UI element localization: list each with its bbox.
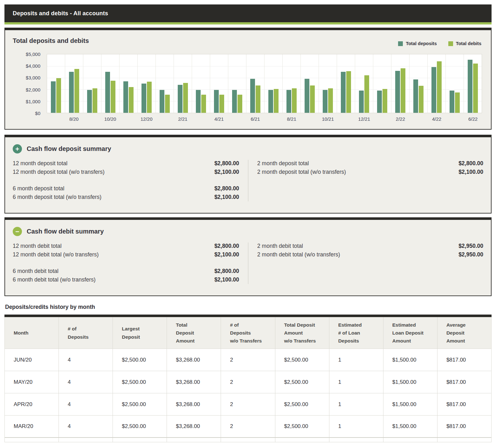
bar-group xyxy=(228,54,246,113)
debit-bar xyxy=(93,88,97,113)
y-axis-label: $0 xyxy=(35,111,40,116)
summary-value: $2,100.00 xyxy=(214,275,239,284)
debit-bar xyxy=(147,82,152,113)
history-table-body: JUN/204$2,500.00$3,268.002$2,500.001$1,5… xyxy=(5,349,491,438)
history-table-title: Deposits/credits history by month xyxy=(5,304,492,310)
summary-value: $2,100.00 xyxy=(214,168,239,176)
deposit-bar xyxy=(286,90,291,113)
x-axis-label: 12/20 xyxy=(137,113,155,125)
summary-label: 6 month debit total (w/o transfers) xyxy=(13,275,214,284)
table-cell: $1,500.00 xyxy=(383,416,437,437)
plus-icon[interactable]: + xyxy=(13,144,22,153)
bar-group xyxy=(83,54,101,113)
page-title: Deposits and debits - All accounts xyxy=(13,10,108,17)
table-cell xyxy=(383,438,437,442)
x-axis-label: 4/21 xyxy=(210,113,228,125)
summary-label: 12 month debit total xyxy=(13,242,214,250)
x-axis-label: 2/22 xyxy=(391,113,410,125)
summary-value: $2,100.00 xyxy=(214,250,239,259)
table-cell: JUN/20 xyxy=(5,349,59,371)
debit-bar xyxy=(419,86,424,113)
summary-value: $2,950.00 xyxy=(458,242,483,250)
deposit-bar xyxy=(268,90,273,113)
column-header: AverageDepositAmount xyxy=(437,317,491,349)
table-cell: $3,268.00 xyxy=(167,393,221,415)
table-cell: $2,500.00 xyxy=(113,349,167,371)
debit-bar xyxy=(56,78,61,113)
table-cell: 1 xyxy=(329,349,383,371)
deposit-bar xyxy=(250,79,255,113)
x-axis-label: 4/22 xyxy=(428,113,446,125)
deposit-bar xyxy=(105,72,110,113)
x-axis-label: 12/21 xyxy=(355,113,373,125)
x-axis-label: 10/21 xyxy=(319,113,337,125)
summary-group: 12 month deposit total$2,800.0012 month … xyxy=(13,159,239,176)
summary-group: 6 month deposit total$2,800.006 month de… xyxy=(13,184,239,201)
summary-row: 2 month debit total (w/o transfers)$2,95… xyxy=(257,250,483,259)
bar-group xyxy=(174,54,192,113)
x-axis-label xyxy=(265,113,283,125)
summary-row: 2 month deposit total (w/o transfers)$2,… xyxy=(257,168,483,176)
table-cell: $817.00 xyxy=(437,371,491,393)
legend-item-deposits: Total deposits xyxy=(398,41,437,46)
table-cell: $1,500.00 xyxy=(383,393,437,415)
summary-label: 6 month deposit total xyxy=(13,184,214,193)
accent-bar xyxy=(4,22,492,24)
deposit-summary-header: + Cash flow deposit summary xyxy=(13,144,483,153)
summary-label: 6 month debit total xyxy=(13,267,214,275)
debit-bar xyxy=(473,64,478,113)
y-axis-label: $5,000 xyxy=(26,51,40,57)
summary-label: 2 month deposit total xyxy=(257,159,458,168)
bar-group xyxy=(120,54,138,113)
deposit-bar xyxy=(450,91,454,113)
chart-x-axis: 8/2010/2012/202/214/216/218/2110/2112/21… xyxy=(47,113,482,125)
table-cell: $1,500.00 xyxy=(383,371,437,393)
summary-value: $2,950.00 xyxy=(458,250,483,259)
table-cell: $817.00 xyxy=(437,416,491,437)
summary-label: 12 month debit total (w/o transfers) xyxy=(13,250,214,259)
summary-row: 12 month debit total (w/o transfers)$2,1… xyxy=(13,250,239,259)
x-axis-label xyxy=(155,113,174,125)
table-cell xyxy=(167,438,221,442)
table-cell: $3,268.00 xyxy=(167,416,221,437)
debit-bar xyxy=(238,95,242,113)
x-axis-label: 8/21 xyxy=(283,113,301,125)
summary-divider xyxy=(248,242,248,284)
summary-row: 6 month deposit total (w/o transfers)$2,… xyxy=(13,193,239,201)
page-header: Deposits and debits - All accounts xyxy=(4,4,492,22)
table-cell: 2 xyxy=(221,371,275,393)
table-top-bar xyxy=(4,315,492,317)
bar-group xyxy=(246,54,265,113)
table-cell xyxy=(275,438,329,442)
deposit-bar xyxy=(305,79,309,113)
debit-bar xyxy=(364,75,369,113)
table-cell: $3,268.00 xyxy=(167,371,221,393)
summary-label: 12 month deposit total (w/o transfers) xyxy=(13,168,214,176)
deposit-bar xyxy=(87,90,92,113)
history-table: Month# ofDepositsLargestDepositTotalDepo… xyxy=(4,315,492,442)
table-cell xyxy=(221,438,275,442)
debit-summary-right: 2 month debit total$2,950.002 month debi… xyxy=(257,242,483,284)
summary-row: 12 month debit total$2,800.00 xyxy=(13,242,239,250)
minus-icon[interactable]: − xyxy=(13,227,22,236)
table-cell: 4 xyxy=(59,416,113,437)
bar-group xyxy=(410,54,428,113)
legend-label: Total debits xyxy=(456,41,481,46)
debit-summary-header: − Cash flow debit summary xyxy=(13,227,483,236)
deposit-bar xyxy=(51,81,56,113)
column-header: Estimated# of LoanDeposits xyxy=(329,317,383,349)
debit-bar xyxy=(201,95,206,113)
x-axis-label xyxy=(83,113,101,125)
summary-divider xyxy=(248,160,248,201)
summary-value: $2,800.00 xyxy=(214,159,239,168)
bar-group xyxy=(210,54,228,113)
debit-bar xyxy=(292,88,297,113)
summary-value: $2,800.00 xyxy=(214,184,239,193)
summary-value: $2,800.00 xyxy=(214,267,239,275)
bar-group xyxy=(65,54,83,113)
column-header: LargestDeposit xyxy=(113,317,167,349)
table-row: JUN/204$2,500.00$3,268.002$2,500.001$1,5… xyxy=(5,349,491,371)
summary-label: 2 month deposit total (w/o transfers) xyxy=(257,168,458,176)
table-cell: $2,500.00 xyxy=(275,416,329,437)
x-axis-label: 6/21 xyxy=(246,113,265,125)
